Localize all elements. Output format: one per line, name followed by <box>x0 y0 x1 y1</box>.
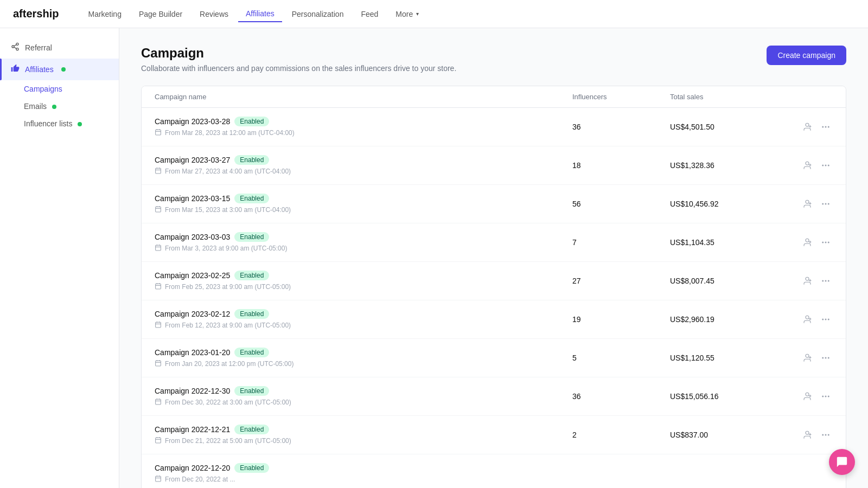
svg-point-1 <box>12 46 14 48</box>
svg-point-72 <box>822 357 824 359</box>
sidebar-item-referral[interactable]: Referral <box>0 37 119 59</box>
add-influencer-button[interactable] <box>800 197 814 211</box>
chat-fab-button[interactable] <box>829 449 855 475</box>
svg-point-89 <box>806 431 809 434</box>
campaign-name: Campaign 2023-03-27 Enabled <box>155 155 572 165</box>
table-row: Campaign 2023-02-12 Enabled From Feb 12,… <box>142 300 846 339</box>
svg-point-92 <box>822 434 824 436</box>
more-options-button[interactable] <box>819 351 833 365</box>
svg-point-19 <box>806 162 809 165</box>
svg-rect-65 <box>156 361 161 366</box>
svg-rect-85 <box>156 438 161 443</box>
influencers-count: 56 <box>572 200 670 208</box>
more-options-button[interactable] <box>819 158 833 172</box>
nav-item-feed[interactable]: Feed <box>353 7 386 22</box>
add-influencer-button[interactable] <box>800 274 814 288</box>
table-row: Campaign 2023-03-28 Enabled From Mar 28,… <box>142 108 846 146</box>
add-influencer-button[interactable] <box>800 351 814 365</box>
campaign-date: From Jan 20, 2023 at 12:00 pm (UTC-05:00… <box>155 359 572 368</box>
more-options-button[interactable] <box>819 274 833 288</box>
more-options-button[interactable] <box>819 235 833 249</box>
svg-point-74 <box>828 357 829 359</box>
campaign-name: Campaign 2023-03-15 Enabled <box>155 194 572 203</box>
svg-point-12 <box>822 126 824 128</box>
calendar-icon <box>155 167 162 176</box>
svg-rect-95 <box>156 476 161 481</box>
svg-point-42 <box>822 242 824 243</box>
svg-rect-15 <box>156 168 161 174</box>
svg-point-22 <box>822 165 824 166</box>
nav-item-personalization[interactable]: Personalization <box>284 7 352 22</box>
nav-item-marketing[interactable]: Marketing <box>80 7 129 22</box>
campaign-name: Campaign 2023-03-03 Enabled <box>155 232 572 242</box>
total-sales: US$4,501.50 <box>670 123 789 131</box>
influencers-count: 18 <box>572 161 670 170</box>
row-actions <box>789 389 833 403</box>
svg-point-24 <box>828 165 829 166</box>
nav-item-reviews[interactable]: Reviews <box>192 7 236 22</box>
total-sales: US$2,960.19 <box>670 315 789 324</box>
campaign-date: From Feb 25, 2023 at 9:00 am (UTC-05:00) <box>155 282 572 291</box>
svg-point-94 <box>828 434 829 436</box>
nav-item-affiliates[interactable]: Affiliates <box>238 6 282 22</box>
svg-rect-75 <box>156 399 161 404</box>
nav-item-more[interactable]: More ▾ <box>388 7 426 22</box>
affiliates-dot <box>61 67 66 72</box>
more-options-button[interactable] <box>819 389 833 403</box>
sidebar-label-affiliates: Affiliates <box>25 65 54 74</box>
influencers-count: 5 <box>572 354 670 362</box>
campaign-name: Campaign 2022-12-20 Enabled <box>155 463 572 473</box>
more-options-button[interactable] <box>819 312 833 326</box>
sidebar-sub-item-campaigns[interactable]: Campaigns <box>0 80 119 98</box>
svg-point-84 <box>828 396 829 397</box>
sidebar-sub-item-influencer-lists[interactable]: Influencer lists <box>0 115 119 132</box>
sidebar-item-affiliates[interactable]: Affiliates <box>0 59 119 80</box>
row-actions <box>789 158 833 172</box>
row-actions <box>789 120 833 134</box>
calendar-icon <box>155 206 162 214</box>
campaign-name: Campaign 2023-01-20 Enabled <box>155 348 572 357</box>
total-sales: US$15,056.16 <box>670 392 789 401</box>
svg-point-53 <box>825 280 827 282</box>
brand-logo[interactable]: aftership <box>13 8 59 20</box>
add-influencer-button[interactable] <box>800 235 814 249</box>
calendar-icon <box>155 129 162 137</box>
calendar-icon <box>155 282 162 291</box>
more-options-button[interactable] <box>819 428 833 442</box>
calendar-icon <box>155 398 162 407</box>
influencers-count: 7 <box>572 238 670 247</box>
add-influencer-button[interactable] <box>800 312 814 326</box>
svg-rect-35 <box>156 245 161 251</box>
campaign-cell: Campaign 2023-02-12 Enabled From Feb 12,… <box>155 309 572 330</box>
add-influencer-button[interactable] <box>800 428 814 442</box>
sidebar-label-referral: Referral <box>25 43 52 52</box>
add-influencer-button[interactable] <box>800 120 814 134</box>
add-influencer-button[interactable] <box>800 158 814 172</box>
calendar-icon <box>155 321 162 330</box>
page-header: Campaign Collaborate with influencers an… <box>141 46 846 73</box>
campaign-name: Campaign 2023-02-12 Enabled <box>155 309 572 319</box>
add-influencer-button[interactable] <box>800 389 814 403</box>
svg-line-4 <box>14 44 17 46</box>
campaign-date: From Dec 20, 2022 at ... <box>155 475 572 484</box>
table-row: Campaign 2023-02-25 Enabled From Feb 25,… <box>142 262 846 300</box>
more-options-button[interactable] <box>819 120 833 134</box>
calendar-icon <box>155 244 162 253</box>
create-campaign-button[interactable]: Create campaign <box>767 46 846 65</box>
row-actions <box>789 274 833 288</box>
table-row: Campaign 2022-12-21 Enabled From Dec 21,… <box>142 416 846 454</box>
sidebar-sub-item-emails[interactable]: Emails <box>0 98 119 115</box>
more-options-button[interactable] <box>819 197 833 211</box>
svg-point-59 <box>806 316 809 319</box>
svg-point-79 <box>806 393 809 396</box>
influencers-count: 27 <box>572 277 670 285</box>
page-title: Campaign <box>141 46 456 61</box>
status-badge: Enabled <box>234 348 269 357</box>
svg-point-73 <box>825 357 827 359</box>
total-sales: US$1,328.36 <box>670 161 789 170</box>
table-row: Campaign 2023-03-03 Enabled From Mar 3, … <box>142 223 846 262</box>
total-sales: US$1,104.35 <box>670 238 789 247</box>
campaign-name: Campaign 2023-02-25 Enabled <box>155 271 572 280</box>
nav-item-page-builder[interactable]: Page Builder <box>131 7 190 22</box>
svg-rect-25 <box>156 207 161 212</box>
